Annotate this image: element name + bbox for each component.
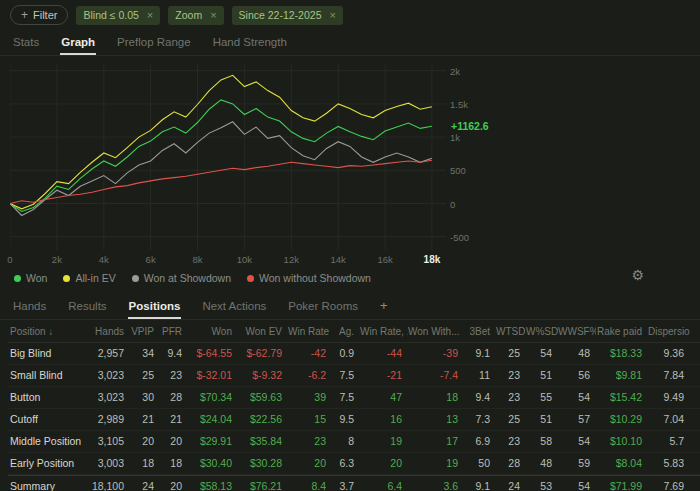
- stat-value: 6.4: [360, 476, 408, 491]
- table-row-big-blind[interactable]: Big Blind2,957349.4$-64.55$-62.79-420.9-…: [8, 343, 700, 365]
- tab-poker-rooms[interactable]: Poker Rooms: [287, 294, 359, 319]
- stat-value: 48: [526, 453, 558, 474]
- table-row-small-blind[interactable]: Small Blind3,0232523$-32.01$-9.32-6.27.5…: [8, 365, 700, 387]
- stat-value: $-32.01: [188, 365, 238, 386]
- tab-stats[interactable]: Stats: [12, 30, 40, 55]
- stat-value: $-64.55: [188, 343, 238, 364]
- column-header[interactable]: Win Rate, ...: [360, 320, 408, 342]
- stat-value: -21: [360, 365, 408, 386]
- tab-results[interactable]: Results: [67, 294, 107, 319]
- stat-value: 20: [360, 453, 408, 474]
- tab-graph[interactable]: Graph: [60, 30, 96, 55]
- column-header[interactable]: WTSD: [496, 320, 526, 342]
- legend-dot: [132, 275, 139, 282]
- stat-value: 19: [408, 453, 464, 474]
- stat-value: 6.9: [464, 431, 496, 452]
- tab-preflop-range[interactable]: Preflop Range: [116, 30, 192, 55]
- stat-value: 9.1: [464, 476, 496, 491]
- column-header[interactable]: W%SD: [526, 320, 558, 342]
- x-axis-label: 4k: [99, 254, 109, 265]
- stat-value: -39: [408, 343, 464, 364]
- stat-value: 56: [558, 365, 596, 386]
- stat-value: $10.10: [596, 431, 648, 452]
- stat-value: $59.63: [238, 387, 288, 408]
- stat-value: 20: [130, 431, 160, 452]
- stat-value: $58.13: [188, 476, 238, 491]
- stat-value: $-9.32: [238, 365, 288, 386]
- table-row-early-position[interactable]: Early Position3,0031818$30.40$30.28206.3…: [8, 453, 700, 475]
- legend-item[interactable]: All-in EV: [63, 272, 115, 284]
- column-header[interactable]: Won With...: [408, 320, 464, 342]
- stat-value: 3,023: [86, 387, 130, 408]
- column-header[interactable]: Win Rate ...: [288, 320, 332, 342]
- column-header[interactable]: PFR: [160, 320, 188, 342]
- legend-item[interactable]: Won without Showdown: [247, 272, 371, 284]
- column-header[interactable]: Hands: [86, 320, 130, 342]
- close-icon[interactable]: ×: [147, 10, 153, 21]
- top-tab-bar: Stats Graph Preflop Range Hand Strength: [0, 30, 700, 56]
- stat-value: 18: [408, 387, 464, 408]
- tab-positions[interactable]: Positions: [128, 294, 182, 319]
- table-row-summary[interactable]: Summary18,1002420$58.13$76.218.43.76.43.…: [8, 475, 700, 491]
- column-header[interactable]: WWSF%: [558, 320, 596, 342]
- stat-value: 7.5: [332, 365, 360, 386]
- stat-value: 9.5: [332, 409, 360, 430]
- table-row-cutoff[interactable]: Cutoff2,9892121$24.04$22.56159.516137.32…: [8, 409, 700, 431]
- close-icon[interactable]: ×: [329, 10, 335, 21]
- stat-value: 11: [464, 365, 496, 386]
- legend-item[interactable]: Won at Showdown: [132, 272, 231, 284]
- column-header[interactable]: Dispersio...: [648, 320, 690, 342]
- stat-value: $8.04: [596, 453, 648, 474]
- tab-hands[interactable]: Hands: [12, 294, 47, 319]
- add-filter-button[interactable]: + Filter: [10, 5, 68, 25]
- plus-icon: +: [21, 9, 28, 21]
- legend-item[interactable]: Won: [14, 272, 47, 284]
- table-row-button[interactable]: Button3,0233028$70.34$59.63397.547189.42…: [8, 387, 700, 409]
- stat-value: 20: [160, 476, 188, 491]
- column-header[interactable]: Ag.: [332, 320, 360, 342]
- stat-value: 23: [288, 431, 332, 452]
- close-icon[interactable]: ×: [210, 10, 216, 21]
- poker-tracker-app: { "icons": { "plus": "+", "close": "×", …: [0, 0, 700, 491]
- legend-label: All-in EV: [75, 272, 115, 284]
- y-axis-label: -500: [450, 232, 469, 243]
- stat-value: 39: [288, 387, 332, 408]
- column-header[interactable]: VPIP: [130, 320, 160, 342]
- winnings-chart-panel: 2k1.5k1k5000-500 +1162.6 02k4k6k8k10k12k…: [10, 56, 690, 294]
- filter-bar: + Filter Blind ≤ 0.05 × Zoom × Since 22-…: [0, 0, 700, 30]
- stat-value: 0.9: [332, 343, 360, 364]
- stat-value: 7.69: [648, 476, 690, 491]
- positions-table-body: Big Blind2,957349.4$-64.55$-62.79-420.9-…: [8, 343, 700, 491]
- bottom-tab-bar: Hands Results Positions Next Actions Pok…: [0, 294, 700, 320]
- stat-value: 34: [130, 343, 160, 364]
- filter-chip-since[interactable]: Since 22-12-2025 ×: [232, 6, 343, 25]
- stat-value: 2,989: [86, 409, 130, 430]
- stat-value: $76.21: [238, 476, 288, 491]
- column-header[interactable]: Won: [188, 320, 238, 342]
- filter-chip-label: Since 22-12-2025: [239, 9, 322, 21]
- legend-dot: [247, 275, 254, 282]
- stat-value: -7.4: [408, 365, 464, 386]
- add-tab-button[interactable]: +: [379, 294, 389, 319]
- tab-next-actions[interactable]: Next Actions: [201, 294, 267, 319]
- table-row-middle-position[interactable]: Middle Position3,1052020$29.91$35.842381…: [8, 431, 700, 453]
- stat-value: 23: [160, 365, 188, 386]
- tab-hand-strength[interactable]: Hand Strength: [212, 30, 288, 55]
- stat-value: $10.29: [596, 409, 648, 430]
- stat-value: 18: [160, 453, 188, 474]
- stat-value: 20: [160, 431, 188, 452]
- x-axis-label: 18k: [424, 254, 441, 265]
- column-header[interactable]: Position ↓: [8, 320, 86, 342]
- filter-chip-zoom[interactable]: Zoom ×: [168, 6, 223, 25]
- legend-label: Won at Showdown: [144, 272, 231, 284]
- stat-value: 48: [558, 343, 596, 364]
- x-axis-label: 0: [7, 254, 12, 265]
- stat-value: $30.28: [238, 453, 288, 474]
- filter-chip-blind[interactable]: Blind ≤ 0.05 ×: [76, 6, 160, 25]
- column-header[interactable]: Rake paid: [596, 320, 648, 342]
- profit-chart[interactable]: [10, 64, 446, 250]
- stat-value: 50: [464, 453, 496, 474]
- column-header[interactable]: Won EV: [238, 320, 288, 342]
- gear-icon[interactable]: ⚙: [631, 268, 644, 282]
- column-header[interactable]: 3Bet: [464, 320, 496, 342]
